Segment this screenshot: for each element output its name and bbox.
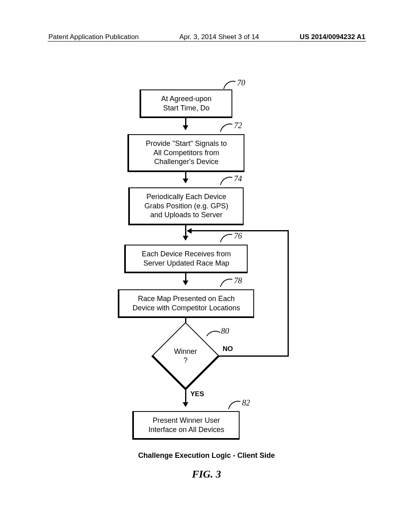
flow-box-74-text: Periodically Each Device Grabs Position … (144, 193, 228, 219)
header-center: Apr. 3, 2014 Sheet 3 of 14 (179, 33, 259, 41)
flow-box-70: At Agreed-upon Start Time, Do (140, 89, 232, 118)
flow-box-82-text: Present Winner User Interface on All Dev… (148, 416, 224, 434)
ref-leader-74 (220, 175, 233, 187)
diagram-caption: Challenge Execution Logic - Client Side (0, 451, 413, 460)
ref-76: 76 (234, 231, 242, 241)
ref-80: 80 (221, 326, 229, 336)
flow-box-72: Provide "Start" Signals to All Competito… (127, 134, 244, 172)
flow-box-78-text: Race Map Presented on Each Device with C… (132, 295, 240, 312)
flow-box-74: Periodically Each Device Grabs Position … (128, 187, 244, 225)
flow-decision-80-text: Winner ? (161, 332, 210, 380)
header-rule (48, 41, 366, 42)
no-branch-h2 (192, 230, 289, 231)
ref-leader-78 (220, 277, 233, 289)
arrow-74-76 (185, 224, 186, 240)
ref-leader-72 (220, 122, 233, 134)
flow-box-76: Each Device Receives from Server Updated… (124, 245, 248, 273)
ref-78: 78 (234, 276, 242, 285)
ref-72: 72 (234, 121, 242, 130)
arrow-80-82 (185, 390, 186, 406)
header-left: Patent Application Publication (48, 33, 139, 41)
ref-70: 70 (237, 78, 245, 87)
page-header: Patent Application Publication Apr. 3, 2… (0, 33, 413, 41)
arrow-72-74 (185, 170, 186, 183)
no-branch-v (288, 231, 289, 357)
ref-74: 74 (234, 174, 242, 183)
decision-text-span: Winner ? (174, 347, 197, 365)
arrow-70-72 (185, 117, 186, 129)
flow-box-76-text: Each Device Receives from Server Updated… (142, 250, 231, 267)
flow-box-78: Race Map Presented on Each Device with C… (118, 289, 254, 318)
decision-no-label: NO (223, 345, 233, 353)
ref-leader-76 (220, 232, 233, 245)
ref-leader-70 (223, 79, 236, 91)
flow-box-82: Present Winner User Interface on All Dev… (132, 411, 240, 440)
loop-join-arrowhead (187, 228, 192, 234)
ref-leader-82 (228, 399, 241, 411)
arrow-76-78 (185, 272, 186, 285)
figure-label: FIG. 3 (0, 468, 413, 480)
flow-box-72-text: Provide "Start" Signals to All Competito… (146, 139, 227, 166)
header-right: US 2014/0094232 A1 (300, 33, 365, 41)
decision-yes-label: YES (190, 390, 204, 398)
flow-box-70-text: At Agreed-upon Start Time, Do (161, 95, 211, 112)
flow-decision-80: Winner ? (161, 332, 210, 380)
no-branch-h1 (219, 355, 289, 357)
ref-82: 82 (242, 398, 250, 407)
